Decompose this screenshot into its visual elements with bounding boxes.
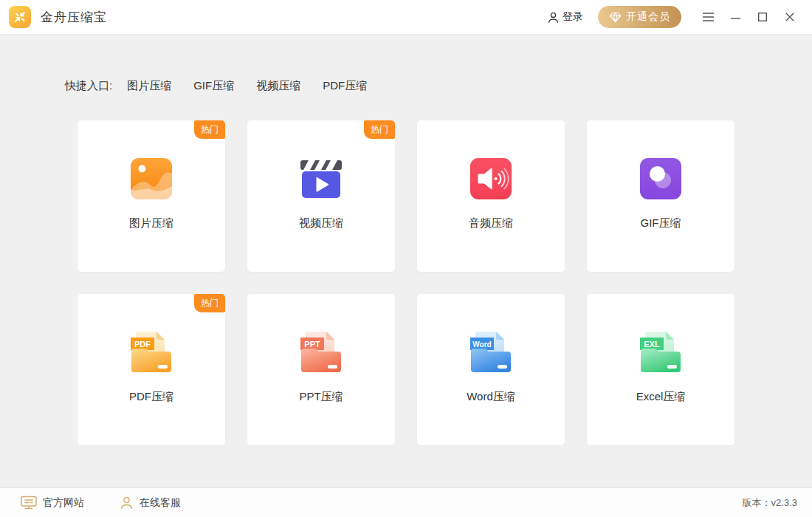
card-label: 图片压缩 [129, 216, 173, 230]
audio-icon [470, 156, 512, 202]
quick-link-image[interactable]: 图片压缩 [127, 79, 171, 93]
official-website-label: 官方网站 [43, 496, 84, 510]
card-excel-compress[interactable]: EXL Excel压缩 [587, 294, 734, 445]
app-logo-icon [9, 6, 31, 28]
card-label: PPT压缩 [299, 390, 343, 404]
minimize-icon[interactable] [725, 7, 746, 27]
card-label: Word压缩 [467, 390, 515, 404]
folder-badge-label: PPT [304, 340, 320, 349]
vip-button[interactable]: 开通会员 [598, 6, 681, 28]
vip-label: 开通会员 [626, 10, 670, 24]
gif-icon [640, 156, 681, 202]
menu-icon[interactable] [698, 7, 718, 27]
quick-entry-label: 快捷入口: [65, 79, 112, 93]
monitor-icon [21, 496, 37, 510]
close-icon[interactable] [780, 7, 800, 27]
feature-card-grid: 热门 [78, 120, 734, 445]
pdf-folder-icon: PDF [128, 329, 174, 375]
card-word-compress[interactable]: Word Word压缩 [417, 294, 565, 445]
titlebar: 金舟压缩宝 登录 开通会员 [0, 0, 812, 35]
hot-badge: 热门 [194, 294, 225, 312]
ppt-folder-icon: PPT [298, 329, 344, 375]
card-label: 音频压缩 [469, 216, 513, 230]
window-controls [698, 7, 800, 27]
login-button[interactable]: 登录 [547, 10, 583, 24]
video-icon [300, 156, 343, 202]
card-label: PDF压缩 [129, 390, 173, 404]
quick-entry-row: 快捷入口: 图片压缩 GIF压缩 视频压缩 PDF压缩 [0, 35, 812, 93]
support-person-icon [120, 496, 134, 510]
card-image-compress[interactable]: 热门 [78, 120, 225, 272]
quick-link-video[interactable]: 视频压缩 [256, 79, 300, 93]
footer-bar: 官方网站 在线客服 版本：v2.3.3 [0, 487, 812, 517]
excel-folder-icon: EXL [638, 329, 684, 375]
quick-link-pdf[interactable]: PDF压缩 [323, 79, 367, 93]
hot-badge: 热门 [364, 120, 395, 139]
app-window: 金舟压缩宝 登录 开通会员 [0, 0, 812, 517]
card-ppt-compress[interactable]: PPT PPT压缩 [247, 294, 395, 445]
official-website-button[interactable]: 官方网站 [21, 496, 84, 510]
app-title: 金舟压缩宝 [41, 9, 107, 26]
image-icon [131, 156, 172, 202]
card-label: 视频压缩 [299, 216, 343, 230]
card-audio-compress[interactable]: 音频压缩 [417, 120, 565, 272]
titlebar-actions: 登录 开通会员 [547, 6, 800, 28]
folder-badge-label: PDF [134, 340, 151, 349]
version-label: 版本：v2.3.3 [743, 496, 797, 510]
card-label: GIF压缩 [641, 216, 681, 230]
word-folder-icon: Word [468, 329, 514, 375]
online-support-label: 在线客服 [140, 496, 181, 510]
online-support-button[interactable]: 在线客服 [120, 496, 181, 510]
main-area: 快捷入口: 图片压缩 GIF压缩 视频压缩 PDF压缩 热门 [0, 35, 812, 487]
login-label: 登录 [562, 10, 583, 24]
quick-link-gif[interactable]: GIF压缩 [193, 79, 234, 93]
card-pdf-compress[interactable]: 热门 PDF [78, 294, 225, 445]
card-label: Excel压缩 [636, 390, 686, 404]
gem-icon [609, 12, 622, 23]
maximize-icon[interactable] [752, 7, 773, 27]
card-gif-compress[interactable]: GIF压缩 [587, 120, 734, 272]
folder-badge-label: EXL [644, 340, 660, 349]
hot-badge: 热门 [194, 120, 225, 139]
user-icon [547, 11, 560, 24]
folder-badge-label: Word [472, 340, 491, 349]
card-video-compress[interactable]: 热门 视频压缩 [247, 120, 395, 272]
